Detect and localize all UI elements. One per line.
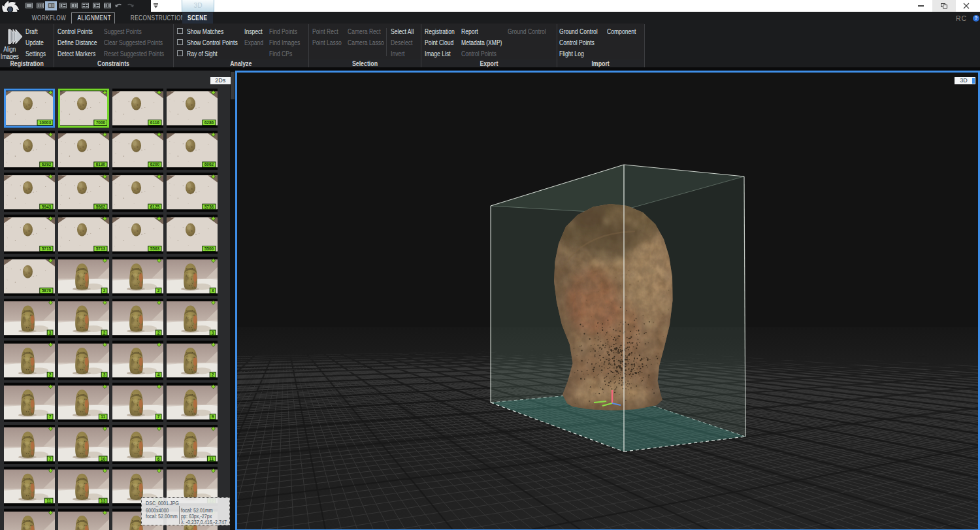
svg-text:5715: 5715 [42, 246, 52, 251]
svg-text:6125: 6125 [150, 205, 160, 209]
svg-text:4: 4 [157, 373, 160, 377]
svg-text:5736: 5736 [204, 205, 214, 209]
svg-text:7: 7 [49, 414, 52, 419]
svg-text:6130: 6130 [96, 162, 106, 167]
svg-text:5713: 5713 [96, 246, 106, 251]
svg-text:3: 3 [212, 288, 214, 293]
svg-text:13: 13 [101, 499, 106, 503]
svg-text:6286: 6286 [204, 120, 214, 125]
svg-text:11: 11 [209, 457, 214, 461]
svg-text:2: 2 [103, 331, 106, 335]
svg-text:7: 7 [157, 414, 160, 419]
svg-text:3: 3 [103, 373, 106, 377]
svg-text:5500: 5500 [204, 246, 214, 251]
svg-text:2: 2 [103, 288, 106, 293]
svg-text:5943: 5943 [42, 205, 52, 209]
svg-text:7000: 7000 [96, 120, 106, 125]
svg-text:3: 3 [49, 331, 52, 335]
svg-text:3: 3 [212, 331, 214, 335]
svg-text:9: 9 [212, 414, 214, 419]
svg-text:5876: 5876 [42, 288, 52, 293]
svg-text:7: 7 [49, 457, 52, 461]
svg-text:6062: 6062 [204, 162, 214, 167]
svg-text:2: 2 [49, 373, 52, 377]
svg-text:6116: 6116 [150, 120, 159, 125]
svg-text:6: 6 [157, 457, 160, 461]
svg-text:5563: 5563 [150, 246, 160, 251]
svg-text:11: 11 [101, 414, 105, 419]
svg-text:5962: 5962 [96, 205, 106, 209]
svg-text:6200: 6200 [150, 162, 160, 167]
svg-text:6292: 6292 [42, 162, 52, 167]
svg-text:10003: 10003 [39, 120, 51, 125]
svg-text:11: 11 [46, 499, 51, 503]
svg-text:2: 2 [157, 288, 160, 293]
svg-text:2: 2 [212, 373, 214, 377]
svg-text:10: 10 [101, 457, 106, 461]
svg-text:2: 2 [157, 331, 160, 335]
